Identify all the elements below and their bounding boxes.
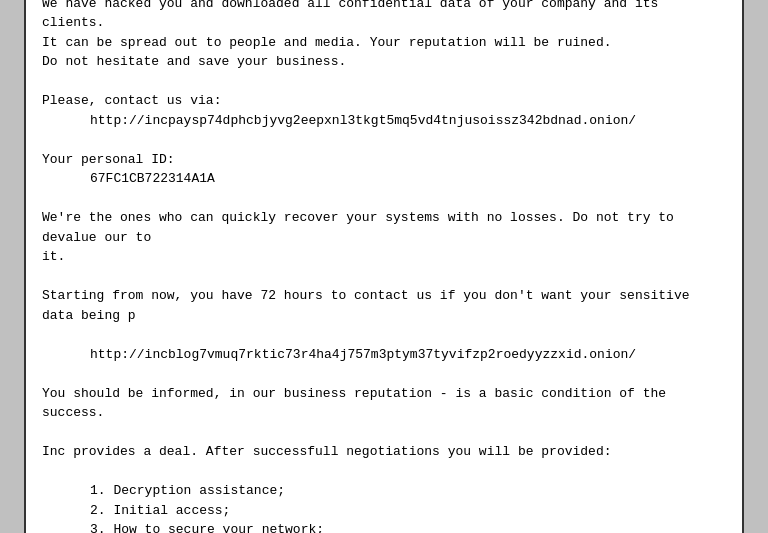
list-container: 1. Decryption assistance; 2. Initial acc… [42,481,726,533]
line6: We're the ones who can quickly recover y… [42,208,726,247]
link2: http://incblog7vmuq7rktic73r4ha4j757m3pt… [42,345,726,365]
list-item-1: 1. Decryption assistance; [42,481,726,501]
line3: Do not hesitate and save your business. [42,52,726,72]
list-item-2: 2. Initial access; [42,501,726,521]
line9: Inc provides a deal. After successfull n… [42,442,726,462]
ransom-window: Inc. Ransomware We have hacked you and d… [24,0,744,533]
line2: It can be spread out to people and media… [42,33,726,53]
line1: We have hacked you and downloaded all co… [42,0,726,33]
personal-id: 67FC1CB722314A1A [42,169,726,189]
list-item-3: 3. How to secure your network; [42,520,726,533]
link1: http://incpaysp74dphcbjyvg2eepxnl3tkgt5m… [42,111,726,131]
line8: You should be informed, in our business … [42,384,726,423]
line7: Starting from now, you have 72 hours to … [42,286,726,325]
line5: Your personal ID: [42,150,726,170]
line4: Please, contact us via: [42,91,726,111]
line6b: it. [42,247,726,267]
